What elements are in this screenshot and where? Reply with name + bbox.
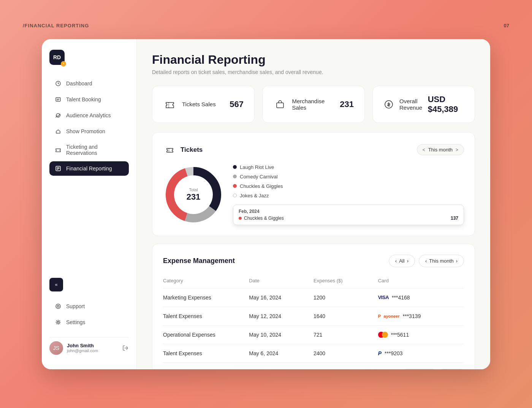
revenue-icon — [383, 98, 394, 111]
next-filter-arrow[interactable]: › — [407, 258, 408, 264]
support-label: Support — [66, 303, 85, 309]
sidebar-item-ticketing[interactable]: Ticketing and Reservations — [49, 140, 129, 160]
user-info: John Smith john@gmail.com — [67, 343, 118, 353]
overall-revenue-value: USD $45,389 — [428, 95, 464, 114]
tooltip-label: Chuckles & Giggles — [244, 216, 284, 221]
prev-filter-arrow[interactable]: ‹ — [395, 258, 397, 264]
paypal-logo: P — [378, 350, 382, 356]
tooltip-date: Feb, 2024 — [239, 209, 458, 214]
analytics-icon — [55, 112, 62, 119]
chart-title: Tickets — [180, 146, 203, 154]
route-label: /FINANCIAL REPORTING — [23, 23, 89, 28]
legend-dot-laugh-riot — [233, 165, 237, 169]
donut-center: Total 231 — [187, 187, 201, 202]
sidebar-nav: Dashboard Talent Booking — [49, 76, 129, 278]
month-filter-button[interactable]: ‹ This month › — [419, 255, 464, 267]
sidebar-item-settings[interactable]: Settings — [49, 315, 129, 329]
legend-label-chuckles: Chuckles & Giggles — [240, 183, 283, 189]
all-filter-label: All — [399, 258, 404, 264]
row-1-card: VISA ***4168 — [378, 295, 464, 301]
sidebar-item-financial-label: Financial Reporting — [66, 165, 112, 172]
user-email: john@gmail.com — [67, 348, 118, 353]
row-2-category: Talent Expenses — [163, 313, 249, 319]
payoneer-text: ayoneer — [384, 314, 400, 318]
row-4-date: May 6, 2024 — [249, 350, 314, 356]
sidebar-item-financial-reporting[interactable]: Financial Reporting — [49, 161, 129, 176]
sidebar-item-support[interactable]: Support — [49, 299, 129, 313]
merchandise-sales-value: 231 — [340, 99, 354, 109]
svg-rect-8 — [277, 103, 283, 108]
summary-cards-row: Tickets Sales 567 Merchandise Sales 231 — [152, 86, 475, 123]
row-3-date: May 10, 2024 — [249, 332, 314, 338]
support-icon — [55, 303, 62, 310]
row-3-card-number: ***5611 — [391, 332, 409, 338]
bottom-nav: Support Settings — [49, 299, 129, 329]
row-4-category: Talent Expenses — [163, 350, 249, 356]
legend-item-comedy-carnival: Comedy Carnival — [233, 174, 464, 180]
legend-item-jokes-jazz: Jokes & Jazz — [233, 193, 464, 198]
col-category: Category — [163, 278, 249, 284]
settings-icon — [55, 319, 62, 326]
ticket-sales-icon — [163, 98, 177, 111]
app-container: RD + Dashboard — [42, 39, 490, 369]
row-4-amount: 2400 — [314, 350, 378, 356]
legend-label-jokes-jazz: Jokes & Jazz — [240, 193, 269, 198]
chart-ticket-icon — [163, 143, 177, 157]
talent-icon — [55, 96, 62, 103]
tickets-sales-card: Tickets Sales 567 — [152, 86, 255, 123]
sidebar-item-talent-booking[interactable]: Talent Booking — [49, 92, 129, 107]
user-name: John Smith — [67, 343, 118, 348]
settings-label: Settings — [66, 319, 86, 325]
next-month-arrow[interactable]: > — [456, 147, 458, 153]
col-date: Date — [249, 278, 314, 284]
expense-title: Expense Management — [163, 257, 235, 265]
sidebar-item-show-promotion[interactable]: Show Promotion — [49, 124, 129, 139]
visa-logo: VISA — [378, 295, 389, 300]
tooltip-value: 137 — [451, 216, 458, 221]
legend-dot-comedy-carnival — [233, 175, 237, 178]
svg-point-4 — [56, 304, 60, 309]
page-number: 07 — [504, 23, 509, 28]
svg-point-5 — [57, 305, 59, 307]
prev-month-filter-arrow[interactable]: ‹ — [425, 258, 427, 264]
legend-label-laugh-riot: Laugh Riot Live — [240, 164, 274, 170]
svg-point-6 — [57, 321, 59, 323]
sidebar-item-analytics-label: Audience Analytics — [66, 112, 111, 118]
merchandise-sales-label: Merchandise Sales — [292, 98, 340, 111]
legend-item-laugh-riot: Laugh Riot Live — [233, 164, 464, 170]
month-nav[interactable]: < This month > — [417, 144, 464, 155]
table-row: Talent Expenses May 6, 2024 2400 P ***92… — [163, 344, 464, 363]
previous-button[interactable]: Previous — [403, 369, 437, 369]
page-title: Financial Reporting — [152, 53, 475, 67]
row-2-card-number: ***3139 — [403, 313, 421, 319]
promotion-icon — [55, 128, 62, 135]
expense-header: Expense Management ‹ All › ‹ This month … — [163, 255, 464, 267]
col-card: Card — [378, 278, 464, 284]
payoneer-logo: P — [378, 314, 381, 318]
collapse-button[interactable]: « — [49, 278, 63, 291]
prev-month-arrow[interactable]: < — [423, 147, 425, 153]
all-filter-button[interactable]: ‹ All › — [389, 255, 415, 267]
merchandise-icon — [273, 98, 287, 111]
sidebar-item-talent-label: Talent Booking — [66, 96, 101, 102]
sidebar-item-audience-analytics[interactable]: Audience Analytics — [49, 108, 129, 123]
page-subtitle: Detailed reports on ticket sales, mercha… — [152, 69, 475, 75]
tooltip-dot — [239, 217, 242, 220]
next-button[interactable]: Next — [439, 369, 464, 369]
chart-tooltip: Feb, 2024 Chuckles & Giggles 137 — [233, 205, 464, 225]
logout-icon[interactable] — [122, 345, 129, 351]
donut-total-value: 231 — [187, 192, 201, 202]
tickets-sales-value: 567 — [230, 99, 244, 109]
sidebar-item-dashboard[interactable]: Dashboard — [49, 76, 129, 91]
donut-total-label: Total — [187, 187, 201, 192]
main-content: Financial Reporting Detailed reports on … — [137, 39, 490, 369]
tickets-sales-label: Tickets Sales — [182, 101, 216, 107]
month-nav-label: This month — [428, 147, 453, 153]
next-month-filter-arrow[interactable]: › — [456, 258, 458, 264]
chart-legend: Laugh Riot Live Comedy Carnival Chuckles… — [233, 164, 464, 198]
row-2-date: May 12, 2024 — [249, 313, 314, 319]
row-2-amount: 1640 — [314, 313, 378, 319]
overall-revenue-label: Overall Revenue — [399, 98, 428, 111]
ticket-icon — [55, 147, 62, 153]
sidebar: RD + Dashboard — [42, 39, 137, 369]
